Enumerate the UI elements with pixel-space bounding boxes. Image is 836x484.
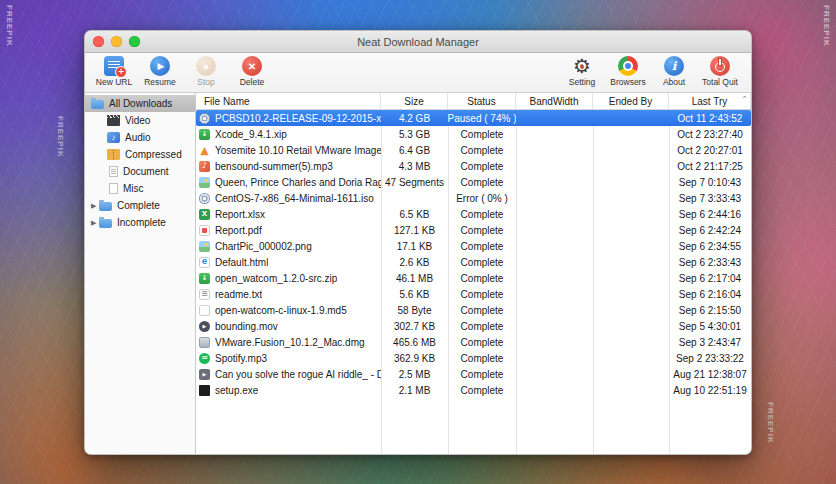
file-name-cell: Default.html — [196, 254, 381, 270]
sidebar-item-label: Video — [125, 115, 150, 126]
app-window: Neat Download Manager New URL Resume Sto… — [84, 30, 752, 455]
bandwidth-cell — [516, 254, 593, 270]
status-cell: Complete — [448, 142, 516, 158]
sidebar-item-incomplete[interactable]: ▶ Incomplete — [85, 214, 195, 231]
last-try-cell: Sep 6 2:15:50 — [669, 302, 751, 318]
sidebar-item-document[interactable]: ▶ Document — [85, 163, 195, 180]
bandwidth-cell — [516, 126, 593, 142]
file-name-text: Xcode_9.4.1.xip — [215, 129, 287, 140]
size-cell: 2.5 MB — [381, 366, 448, 382]
status-cell: Paused ( 74% ) — [448, 110, 516, 126]
table-row[interactable]: readme.txt 5.6 KB Complete Sep 6 2:16:04 — [196, 286, 751, 302]
table-row[interactable]: open-watcom-c-linux-1.9.md5 58 Byte Comp… — [196, 302, 751, 318]
column-status[interactable]: Status — [448, 93, 516, 109]
ended-by-cell — [593, 254, 669, 270]
table-row[interactable]: Report.xlsx 6.5 KB Complete Sep 6 2:44:1… — [196, 206, 751, 222]
disc-icon — [199, 193, 210, 204]
table-row[interactable]: open_watcom_1.2.0-src.zip 46.1 MB Comple… — [196, 270, 751, 286]
table-row[interactable]: Default.html 2.6 KB Complete Sep 6 2:33:… — [196, 254, 751, 270]
size-cell: 302.7 KB — [381, 318, 448, 334]
bandwidth-cell — [516, 286, 593, 302]
status-cell: Complete — [448, 126, 516, 142]
table-row[interactable]: CentOS-7-x86_64-Minimal-1611.iso Error (… — [196, 190, 751, 206]
toolbar-button-label: Resume — [144, 77, 176, 87]
delete-button[interactable]: Delete — [229, 55, 275, 91]
ended-by-cell — [593, 302, 669, 318]
column-file-name[interactable]: File Name — [196, 93, 381, 109]
file-name-cell: setup.exe — [196, 382, 381, 398]
last-try-cell: Sep 6 2:34:55 — [669, 238, 751, 254]
sidebar-item-misc[interactable]: ▶ Misc — [85, 180, 195, 197]
file-name-cell: Report.xlsx — [196, 206, 381, 222]
size-cell: 6.5 KB — [381, 206, 448, 222]
disclosure-triangle-icon[interactable]: ▶ — [91, 219, 99, 227]
table-header: File Name Size Status BandWidth Ended By… — [196, 93, 751, 110]
table-row[interactable]: Report.pdf 127.1 KB Complete Sep 6 2:42:… — [196, 222, 751, 238]
bandwidth-cell — [516, 382, 593, 398]
table-row[interactable]: Queen, Prince Charles and Doria Ragland … — [196, 174, 751, 190]
sidebar-item-compressed[interactable]: ▶ Compressed — [85, 146, 195, 163]
sidebar-item-audio[interactable]: ▶ Audio — [85, 129, 195, 146]
stop-button[interactable]: Stop — [183, 55, 229, 91]
zip-icon — [107, 149, 120, 160]
table-row[interactable]: Spotify.mp3 362.9 KB Complete Sep 2 23:3… — [196, 350, 751, 366]
file-name-cell: ChartPic_000002.png — [196, 238, 381, 254]
sidebar-item-all-downloads[interactable]: ▶ All Downloads — [85, 95, 195, 112]
new-url-button[interactable]: New URL — [91, 55, 137, 91]
status-cell: Complete — [448, 222, 516, 238]
size-cell: 4.3 MB — [381, 158, 448, 174]
table-row[interactable]: bounding.mov 302.7 KB Complete Sep 5 4:3… — [196, 318, 751, 334]
about-button[interactable]: About — [651, 55, 697, 91]
table-row[interactable]: Xcode_9.4.1.xip 5.3 GB Complete Oct 2 23… — [196, 126, 751, 142]
last-try-cell: Sep 7 0:10:43 — [669, 174, 751, 190]
ended-by-cell — [593, 110, 669, 126]
setting-button[interactable]: Setting — [559, 55, 605, 91]
last-try-cell: Sep 6 2:42:24 — [669, 222, 751, 238]
bandwidth-cell — [516, 366, 593, 382]
table-row[interactable]: setup.exe 2.1 MB Complete Aug 10 22:51:1… — [196, 382, 751, 398]
table-row[interactable]: VMware.Fusion_10.1.2_Mac.dmg 465.6 MB Co… — [196, 334, 751, 350]
file-name-cell: bensound-summer(5).mp3 — [196, 158, 381, 174]
file-name-text: VMware.Fusion_10.1.2_Mac.dmg — [215, 337, 365, 348]
table-row[interactable]: ChartPic_000002.png 17.1 KB Complete Sep… — [196, 238, 751, 254]
column-last-try[interactable]: Last Try — [669, 93, 751, 109]
file-name-cell: Spotify.mp3 — [196, 350, 381, 366]
dl-icon — [199, 273, 210, 284]
toolbar-right-group: Setting Browsers About Total Quit — [559, 55, 743, 91]
browsers-button[interactable]: Browsers — [605, 55, 651, 91]
column-bandwidth[interactable]: BandWidth — [516, 93, 593, 109]
scroll-up-caret-icon[interactable]: ⌃ — [741, 95, 748, 104]
folder-icon — [99, 219, 112, 228]
main-area: ▶ All Downloads ▶ Video ▶ Audio ▶ — [85, 93, 751, 455]
size-cell: 47 Segments — [381, 174, 448, 190]
table-row[interactable]: PCBSD10.2-RELEASE-09-12-2015-x64-DV 4.2 … — [196, 110, 751, 126]
status-cell: Complete — [448, 254, 516, 270]
disclosure-triangle-icon[interactable]: ▶ — [91, 202, 99, 210]
desktop-background: FREEPIK FREEPIK FREEPIK FREEPIK Neat Dow… — [0, 0, 836, 484]
sidebar-item-label: Audio — [125, 132, 151, 143]
last-try-cell: Sep 2 23:33:22 — [669, 350, 751, 366]
size-cell: 5.6 KB — [381, 286, 448, 302]
column-size[interactable]: Size — [381, 93, 448, 109]
table-row[interactable]: Can you solve the rogue AI riddle_ - Dan… — [196, 366, 751, 382]
sidebar-item-video[interactable]: ▶ Video — [85, 112, 195, 129]
column-header-label: Status — [467, 96, 495, 107]
bandwidth-cell — [516, 110, 593, 126]
file-name-text: Default.html — [215, 257, 268, 268]
spotify-icon — [199, 353, 210, 364]
bandwidth-cell — [516, 158, 593, 174]
table-row[interactable]: Yosemite 10.10 Retail VMware Image.rar 6… — [196, 142, 751, 158]
status-cell: Complete — [448, 350, 516, 366]
pdf-icon — [199, 225, 210, 236]
bandwidth-cell — [516, 206, 593, 222]
resume-button[interactable]: Resume — [137, 55, 183, 91]
file-name-text: bounding.mov — [215, 321, 278, 332]
sidebar-item-complete[interactable]: ▶ Complete — [85, 197, 195, 214]
total-quit-button[interactable]: Total Quit — [697, 55, 743, 91]
column-ended-by[interactable]: Ended By — [593, 93, 669, 109]
ended-by-cell — [593, 286, 669, 302]
file-name-text: Can you solve the rogue AI riddle_ - Dan… — [215, 369, 381, 380]
watermark: FREEPIK — [5, 5, 14, 47]
table-row[interactable]: bensound-summer(5).mp3 4.3 MB Complete O… — [196, 158, 751, 174]
file-name-cell: Can you solve the rogue AI riddle_ - Dan… — [196, 366, 381, 382]
